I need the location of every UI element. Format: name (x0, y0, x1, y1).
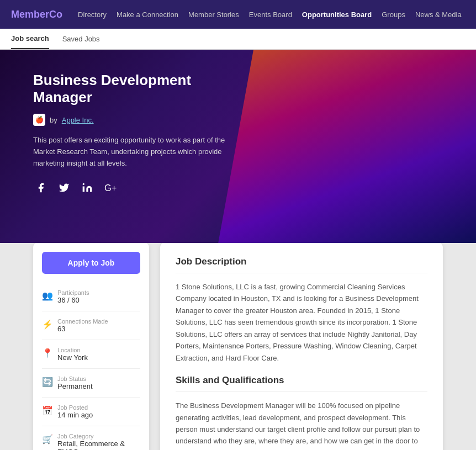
tab-job-search[interactable]: Job search (11, 29, 49, 49)
skills-text: The Business Development Manager will be… (176, 400, 427, 450)
brand-prefix: Member (11, 9, 49, 20)
company-info: 🍎 by Apple Inc. (33, 114, 243, 126)
location-value: New York (57, 353, 88, 362)
apply-button[interactable]: Apply to Job (42, 252, 140, 274)
connections-icon: ⚡ (42, 319, 52, 330)
facebook-icon[interactable] (33, 180, 49, 195)
svg-text:G+: G+ (104, 183, 117, 193)
location-label: Location (57, 347, 88, 353)
location-icon: 📍 (42, 348, 52, 358)
status-row: 🔄 Job Status Permanent (42, 369, 140, 398)
category-value: Retail, Ecommerce & FMCG (57, 440, 140, 450)
posted-icon: 📅 (42, 405, 52, 416)
posted-row: 📅 Job Posted 14 min ago (42, 398, 140, 426)
connections-value: 63 (57, 325, 108, 333)
googleplus-icon[interactable]: G+ (103, 180, 118, 195)
subnav: Job search Saved Jobs (0, 29, 476, 50)
nav-opportunities[interactable]: Opportunities Board (302, 10, 372, 19)
left-panel: Apply to Job 👥 Participants 36 / 60 ⚡ Co… (33, 243, 149, 450)
job-title: Business Development Manager (33, 72, 243, 106)
twitter-icon[interactable] (56, 180, 72, 195)
posted-label: Job Posted (57, 404, 93, 411)
status-icon: 🔄 (42, 377, 52, 387)
hero-section: Business Development Manager 🍎 by Apple … (0, 50, 476, 265)
participants-label: Participants (57, 289, 89, 296)
nav-news[interactable]: News & Media (415, 10, 462, 19)
by-label: by (50, 116, 57, 124)
nav-connection[interactable]: Make a Connection (117, 10, 178, 19)
skills-title: Skills and Qualifications (176, 375, 427, 386)
job-description-text: 1 Stone Solutions, LLC is a fast, growin… (176, 281, 427, 364)
status-value: Permanent (57, 382, 93, 390)
company-name[interactable]: Apple Inc. (62, 116, 94, 124)
status-label: Job Status (57, 375, 93, 382)
category-label: Job Category (57, 433, 140, 440)
connections-row: ⚡ Connections Made 63 (42, 311, 140, 340)
linkedin-icon[interactable] (80, 180, 95, 195)
divider-1 (176, 273, 427, 273)
category-icon: 🛒 (42, 434, 52, 444)
brand-logo: MemberCo (11, 9, 62, 20)
participants-icon: 👥 (42, 290, 52, 301)
participants-row: 👥 Participants 36 / 60 (42, 283, 140, 311)
nav-stories[interactable]: Member Stories (188, 10, 239, 19)
social-icons: G+ (33, 180, 243, 195)
nav-groups[interactable]: Groups (382, 10, 405, 19)
tab-saved-jobs[interactable]: Saved Jobs (62, 29, 100, 49)
nav-events[interactable]: Events Board (249, 10, 292, 19)
nav-directory[interactable]: Directory (78, 10, 107, 19)
brand-suffix: Co (49, 9, 62, 20)
svg-point-0 (83, 183, 84, 185)
apply-card: Apply to Job 👥 Participants 36 / 60 ⚡ Co… (33, 243, 149, 450)
main-content: Apply to Job 👥 Participants 36 / 60 ⚡ Co… (0, 243, 476, 450)
right-panel: Job Description 1 Stone Solutions, LLC i… (160, 243, 443, 450)
location-row: 📍 Location New York (42, 340, 140, 369)
connections-label: Connections Made (57, 318, 108, 325)
company-logo: 🍎 (33, 114, 45, 126)
navbar: MemberCo Directory Make a Connection Mem… (0, 0, 476, 29)
divider-2 (176, 391, 427, 392)
hero-description: This post offers an exciting opportunity… (33, 135, 243, 169)
category-row: 🛒 Job Category Retail, Ecommerce & FMCG (42, 426, 140, 450)
posted-value: 14 min ago (57, 411, 93, 419)
job-description-title: Job Description (176, 256, 427, 267)
participants-value: 36 / 60 (57, 296, 89, 304)
